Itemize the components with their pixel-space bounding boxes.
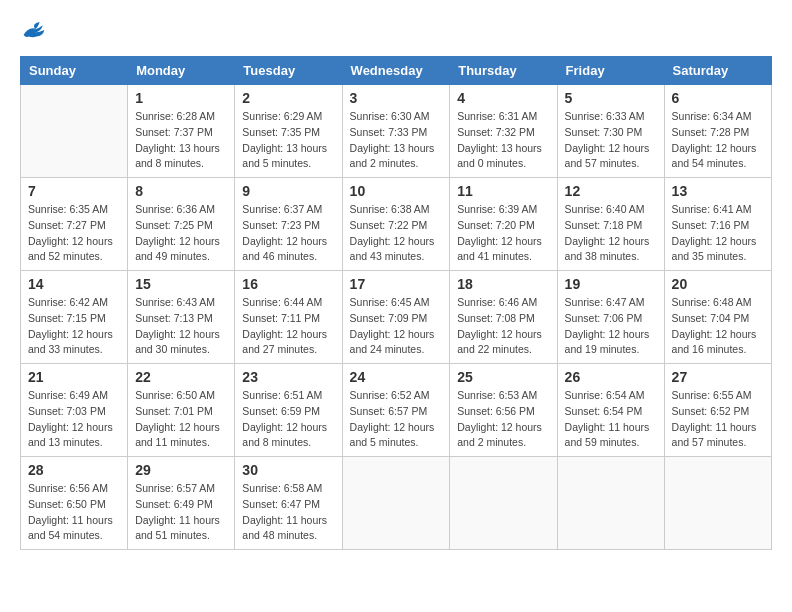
calendar-cell: 11Sunrise: 6:39 AM Sunset: 7:20 PM Dayli…: [450, 178, 557, 271]
day-info: Sunrise: 6:34 AM Sunset: 7:28 PM Dayligh…: [672, 109, 764, 172]
day-number: 13: [672, 183, 764, 199]
day-number: 2: [242, 90, 334, 106]
page-header: [20, 20, 772, 40]
day-info: Sunrise: 6:35 AM Sunset: 7:27 PM Dayligh…: [28, 202, 120, 265]
week-row-5: 28Sunrise: 6:56 AM Sunset: 6:50 PM Dayli…: [21, 457, 772, 550]
day-info: Sunrise: 6:48 AM Sunset: 7:04 PM Dayligh…: [672, 295, 764, 358]
day-number: 25: [457, 369, 549, 385]
calendar-cell: 8Sunrise: 6:36 AM Sunset: 7:25 PM Daylig…: [128, 178, 235, 271]
day-number: 30: [242, 462, 334, 478]
day-number: 29: [135, 462, 227, 478]
day-info: Sunrise: 6:40 AM Sunset: 7:18 PM Dayligh…: [565, 202, 657, 265]
weekday-header-saturday: Saturday: [664, 57, 771, 85]
weekday-header-friday: Friday: [557, 57, 664, 85]
day-info: Sunrise: 6:36 AM Sunset: 7:25 PM Dayligh…: [135, 202, 227, 265]
day-number: 5: [565, 90, 657, 106]
calendar-cell: 7Sunrise: 6:35 AM Sunset: 7:27 PM Daylig…: [21, 178, 128, 271]
weekday-header-thursday: Thursday: [450, 57, 557, 85]
calendar-cell: 9Sunrise: 6:37 AM Sunset: 7:23 PM Daylig…: [235, 178, 342, 271]
day-number: 11: [457, 183, 549, 199]
day-number: 4: [457, 90, 549, 106]
calendar-cell: 14Sunrise: 6:42 AM Sunset: 7:15 PM Dayli…: [21, 271, 128, 364]
day-number: 6: [672, 90, 764, 106]
day-info: Sunrise: 6:37 AM Sunset: 7:23 PM Dayligh…: [242, 202, 334, 265]
logo: [20, 20, 46, 40]
day-number: 14: [28, 276, 120, 292]
day-info: Sunrise: 6:49 AM Sunset: 7:03 PM Dayligh…: [28, 388, 120, 451]
week-row-1: 1Sunrise: 6:28 AM Sunset: 7:37 PM Daylig…: [21, 85, 772, 178]
day-info: Sunrise: 6:43 AM Sunset: 7:13 PM Dayligh…: [135, 295, 227, 358]
day-info: Sunrise: 6:50 AM Sunset: 7:01 PM Dayligh…: [135, 388, 227, 451]
day-number: 21: [28, 369, 120, 385]
calendar-cell: 15Sunrise: 6:43 AM Sunset: 7:13 PM Dayli…: [128, 271, 235, 364]
calendar-cell: 24Sunrise: 6:52 AM Sunset: 6:57 PM Dayli…: [342, 364, 450, 457]
day-info: Sunrise: 6:58 AM Sunset: 6:47 PM Dayligh…: [242, 481, 334, 544]
day-number: 23: [242, 369, 334, 385]
day-number: 24: [350, 369, 443, 385]
calendar-cell: [664, 457, 771, 550]
calendar-cell: 28Sunrise: 6:56 AM Sunset: 6:50 PM Dayli…: [21, 457, 128, 550]
calendar-cell: [342, 457, 450, 550]
day-info: Sunrise: 6:46 AM Sunset: 7:08 PM Dayligh…: [457, 295, 549, 358]
calendar-cell: 2Sunrise: 6:29 AM Sunset: 7:35 PM Daylig…: [235, 85, 342, 178]
day-info: Sunrise: 6:33 AM Sunset: 7:30 PM Dayligh…: [565, 109, 657, 172]
calendar-cell: 20Sunrise: 6:48 AM Sunset: 7:04 PM Dayli…: [664, 271, 771, 364]
day-info: Sunrise: 6:29 AM Sunset: 7:35 PM Dayligh…: [242, 109, 334, 172]
day-info: Sunrise: 6:31 AM Sunset: 7:32 PM Dayligh…: [457, 109, 549, 172]
day-number: 26: [565, 369, 657, 385]
calendar-cell: 6Sunrise: 6:34 AM Sunset: 7:28 PM Daylig…: [664, 85, 771, 178]
day-info: Sunrise: 6:53 AM Sunset: 6:56 PM Dayligh…: [457, 388, 549, 451]
day-number: 1: [135, 90, 227, 106]
calendar-cell: 30Sunrise: 6:58 AM Sunset: 6:47 PM Dayli…: [235, 457, 342, 550]
day-number: 8: [135, 183, 227, 199]
day-number: 27: [672, 369, 764, 385]
calendar-cell: 3Sunrise: 6:30 AM Sunset: 7:33 PM Daylig…: [342, 85, 450, 178]
calendar-cell: 4Sunrise: 6:31 AM Sunset: 7:32 PM Daylig…: [450, 85, 557, 178]
day-info: Sunrise: 6:57 AM Sunset: 6:49 PM Dayligh…: [135, 481, 227, 544]
calendar-cell: 22Sunrise: 6:50 AM Sunset: 7:01 PM Dayli…: [128, 364, 235, 457]
calendar-cell: 26Sunrise: 6:54 AM Sunset: 6:54 PM Dayli…: [557, 364, 664, 457]
calendar-cell: 19Sunrise: 6:47 AM Sunset: 7:06 PM Dayli…: [557, 271, 664, 364]
calendar-cell: [557, 457, 664, 550]
calendar-cell: 13Sunrise: 6:41 AM Sunset: 7:16 PM Dayli…: [664, 178, 771, 271]
day-number: 7: [28, 183, 120, 199]
day-info: Sunrise: 6:56 AM Sunset: 6:50 PM Dayligh…: [28, 481, 120, 544]
day-info: Sunrise: 6:39 AM Sunset: 7:20 PM Dayligh…: [457, 202, 549, 265]
day-number: 15: [135, 276, 227, 292]
day-number: 17: [350, 276, 443, 292]
week-row-4: 21Sunrise: 6:49 AM Sunset: 7:03 PM Dayli…: [21, 364, 772, 457]
week-row-2: 7Sunrise: 6:35 AM Sunset: 7:27 PM Daylig…: [21, 178, 772, 271]
day-info: Sunrise: 6:44 AM Sunset: 7:11 PM Dayligh…: [242, 295, 334, 358]
calendar-cell: 29Sunrise: 6:57 AM Sunset: 6:49 PM Dayli…: [128, 457, 235, 550]
calendar-cell: 12Sunrise: 6:40 AM Sunset: 7:18 PM Dayli…: [557, 178, 664, 271]
day-number: 12: [565, 183, 657, 199]
day-info: Sunrise: 6:42 AM Sunset: 7:15 PM Dayligh…: [28, 295, 120, 358]
day-number: 22: [135, 369, 227, 385]
day-info: Sunrise: 6:52 AM Sunset: 6:57 PM Dayligh…: [350, 388, 443, 451]
calendar-cell: 17Sunrise: 6:45 AM Sunset: 7:09 PM Dayli…: [342, 271, 450, 364]
day-info: Sunrise: 6:45 AM Sunset: 7:09 PM Dayligh…: [350, 295, 443, 358]
day-number: 20: [672, 276, 764, 292]
day-info: Sunrise: 6:41 AM Sunset: 7:16 PM Dayligh…: [672, 202, 764, 265]
calendar-cell: 27Sunrise: 6:55 AM Sunset: 6:52 PM Dayli…: [664, 364, 771, 457]
day-info: Sunrise: 6:38 AM Sunset: 7:22 PM Dayligh…: [350, 202, 443, 265]
day-number: 28: [28, 462, 120, 478]
day-info: Sunrise: 6:55 AM Sunset: 6:52 PM Dayligh…: [672, 388, 764, 451]
day-info: Sunrise: 6:28 AM Sunset: 7:37 PM Dayligh…: [135, 109, 227, 172]
weekday-header-sunday: Sunday: [21, 57, 128, 85]
day-info: Sunrise: 6:51 AM Sunset: 6:59 PM Dayligh…: [242, 388, 334, 451]
weekday-header-wednesday: Wednesday: [342, 57, 450, 85]
day-number: 10: [350, 183, 443, 199]
logo-bird-icon: [22, 20, 46, 40]
day-info: Sunrise: 6:47 AM Sunset: 7:06 PM Dayligh…: [565, 295, 657, 358]
calendar-header-row: SundayMondayTuesdayWednesdayThursdayFrid…: [21, 57, 772, 85]
day-number: 18: [457, 276, 549, 292]
calendar-cell: [21, 85, 128, 178]
calendar-table: SundayMondayTuesdayWednesdayThursdayFrid…: [20, 56, 772, 550]
calendar-cell: 5Sunrise: 6:33 AM Sunset: 7:30 PM Daylig…: [557, 85, 664, 178]
day-number: 3: [350, 90, 443, 106]
day-number: 9: [242, 183, 334, 199]
calendar-cell: 25Sunrise: 6:53 AM Sunset: 6:56 PM Dayli…: [450, 364, 557, 457]
calendar-cell: 10Sunrise: 6:38 AM Sunset: 7:22 PM Dayli…: [342, 178, 450, 271]
calendar-cell: 16Sunrise: 6:44 AM Sunset: 7:11 PM Dayli…: [235, 271, 342, 364]
